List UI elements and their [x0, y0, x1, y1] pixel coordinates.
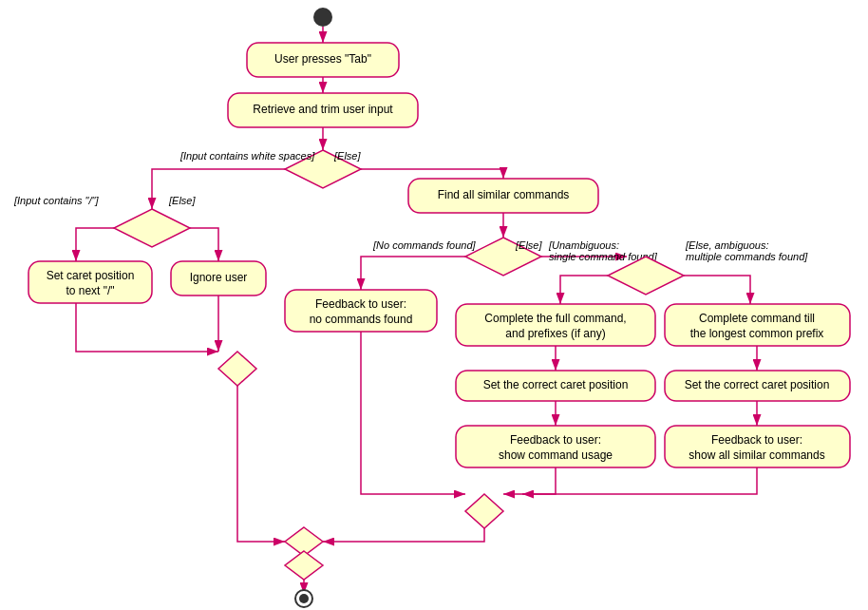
arrow-caret-merge: [76, 303, 218, 352]
label-feedback-usage-1: Feedback to user:: [510, 433, 601, 447]
arrow-merge1-merge3: [237, 386, 285, 542]
label-complete-full-1: Complete the full command,: [484, 312, 626, 325]
label-complete-full-2: and prefixes (if any): [505, 327, 605, 340]
label-feedback-no-1: Feedback to user:: [315, 297, 406, 311]
arrow-merge2-merge3: [323, 528, 484, 542]
arrow-slash-ignore: [190, 228, 218, 261]
arrow-ambiguous-prefix: [684, 276, 750, 304]
arrow-else-find: [361, 169, 503, 179]
label-slash-no: [Else]: [168, 195, 196, 206]
arrow-unambiguous-complete: [560, 276, 608, 304]
arrow-slash-caret: [76, 228, 114, 261]
label-set-caret-1: Set caret position: [47, 269, 135, 282]
label-feedback-usage-2: show command usage: [499, 448, 613, 462]
label-set-caret-correct1: Set the correct caret position: [483, 378, 629, 391]
label-user-presses-tab: User presses "Tab": [274, 52, 371, 66]
label-ambiguous2: multiple commands found]: [686, 251, 808, 262]
label-feedback-similar-1: Feedback to user:: [711, 433, 802, 447]
arrow-usage-merge2: [503, 467, 556, 494]
diamond-merge1: [218, 352, 256, 386]
arrow-no-cmd-feedback: [361, 257, 465, 290]
label-unambiguous: [Unambiguous:: [548, 239, 619, 251]
label-feedback-no-2: no commands found: [310, 313, 413, 326]
diamond-slash: [114, 209, 190, 247]
label-complete-prefix-1: Complete command till: [699, 312, 815, 325]
end-inner: [299, 594, 309, 603]
label-else-found: [Else]: [515, 239, 542, 251]
label-whitespace-yes: [Input contains white spaces]: [179, 150, 315, 162]
arrow-similar-merge2: [522, 467, 757, 494]
label-complete-prefix-2: the longest common prefix: [690, 327, 824, 340]
start-node: [313, 8, 332, 27]
diamond-ambiguous: [608, 257, 684, 295]
label-find-similar: Find all similar commands: [438, 188, 570, 201]
label-set-caret-correct2: Set the correct caret position: [685, 378, 830, 391]
arrow-feedback-merge2: [361, 332, 465, 494]
label-retrieve-trim: Retrieve and trim user input: [253, 103, 393, 116]
label-set-caret-2: to next "/": [66, 284, 114, 297]
label-slash-yes: [Input contains "/"]: [13, 195, 99, 206]
diamond-merge2: [465, 494, 503, 528]
label-ambiguous: [Else, ambiguous:: [685, 239, 768, 251]
label-whitespace-no: [Else]: [333, 150, 361, 162]
label-feedback-similar-2: show all similar commands: [689, 448, 824, 462]
label-no-commands: [No commands found]: [372, 239, 477, 251]
label-ignore-user: Ignore user: [190, 271, 248, 284]
diamond-merge4: [285, 551, 323, 580]
